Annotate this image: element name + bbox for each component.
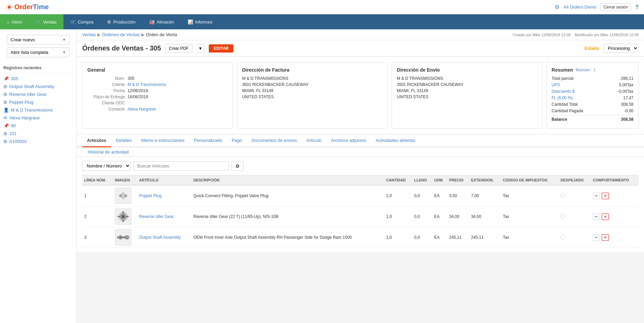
row2-delete-button[interactable]: ✕ (602, 214, 609, 220)
sidebar-item-reverse-idler[interactable]: ⊞ Reverse Idler Gear (0, 90, 76, 98)
tab-docs-envios[interactable]: Documentos de envíos (247, 134, 302, 147)
nav-compra[interactable]: 🛒 Compra (63, 14, 100, 29)
modified-meta: Modificado por Mike 12/06/2018 12:49 (575, 33, 639, 37)
cerrar-session-button[interactable]: Cerrar sesión (600, 3, 631, 11)
sum-value-5: -0,00 (624, 108, 633, 113)
content-area: Ventas ▶ Órdenes de Ventas ▶ Orden de Ve… (77, 29, 644, 323)
row1-edit-button[interactable]: ✏ (593, 193, 600, 199)
general-plazo-row: Plazo de Entrega 16/06/2018 (87, 94, 228, 99)
th-articulo: ARTÍCULO (137, 175, 191, 186)
shipping-line4: UNITED STATES (397, 94, 537, 99)
crear-pdf-split-button[interactable]: ▼ (196, 44, 205, 53)
billing-line2-val: 3501 RICKENBACKER CAUSEWAY (242, 82, 309, 87)
abrir-lista-button[interactable]: Abrir lista completa ▼ (7, 47, 70, 57)
sum-value-1: 5,00Tax (619, 83, 633, 87)
row3-edit-button[interactable]: ✏ (593, 234, 600, 241)
tab-personalizado[interactable]: Personalizado (189, 134, 227, 147)
estado-select[interactable]: Processing (603, 44, 639, 53)
row1-delete-button[interactable]: ✕ (602, 193, 609, 199)
row3-image (113, 227, 137, 248)
pin-icon-305: 📌 (3, 76, 9, 81)
general-fecha-value: 12/06/2018 (128, 88, 148, 93)
svg-rect-13 (125, 235, 129, 239)
th-codigo: CÓDIGO DE IMPUESTOS (501, 175, 558, 186)
help-icon[interactable]: ? (635, 4, 639, 10)
tab-articulo[interactable]: Artículo (302, 134, 326, 147)
activity-bar: Historial de actividad (77, 147, 644, 157)
tab-actividades[interactable]: Actividades abiertas (371, 134, 420, 147)
tab-memo[interactable]: Memo e instrucciones (136, 134, 189, 147)
row2-comportamiento: ✏ ✕ (591, 206, 639, 227)
nav-informes[interactable]: 📊 Informes (181, 14, 219, 29)
cliente-link[interactable]: M & D Transmissions (128, 82, 166, 87)
row3-radio[interactable] (560, 235, 565, 239)
sidebar-item-90[interactable]: 📌 90 (0, 122, 76, 130)
breadcrumb-ventas[interactable]: Ventas (82, 32, 96, 37)
sidebar-item-md[interactable]: 👤 M & D Transmissions (0, 106, 76, 114)
sum-label-5: Cantidad Pagada (552, 108, 583, 113)
sidebar-item-a100002[interactable]: ⊞ A100002 (0, 137, 76, 145)
tab-articulos[interactable]: Artículos (82, 134, 111, 147)
search-select[interactable]: Nombre / Número (82, 161, 131, 171)
sum-label-2[interactable]: Descuento $ (552, 89, 574, 94)
sum-value-3: 17,47 (623, 96, 633, 100)
contacto-link[interactable]: Alexa Hargrave (128, 107, 156, 112)
sidebar-item-101[interactable]: ⊞ 101 (0, 130, 76, 137)
nav-inicio[interactable]: ⌂ Inicio (0, 14, 29, 29)
row1-item[interactable]: Poppet Plug (137, 185, 191, 206)
sum-label-1[interactable]: UPS (552, 83, 560, 87)
output-shaft-link[interactable]: Output Shaft Assembly (139, 235, 181, 240)
shipping-line3: MIAMI, FL 33149 (397, 88, 537, 93)
shipping-title: Dirección de Envío (397, 67, 537, 73)
tab-detalles[interactable]: Detalles (111, 134, 136, 147)
row2-item[interactable]: Reverse Idler Gear (137, 206, 191, 227)
sidebar-item-alexa[interactable]: ✉ Alexa Hargrave (0, 114, 76, 122)
nav-almacen[interactable]: 🏭 Almacén (142, 14, 181, 29)
tab-archivos[interactable]: Archivos adjuntos (326, 134, 371, 147)
general-cliente-value[interactable]: M & D Transmissions (128, 82, 166, 87)
created-meta: Creado por Mike 12/06/2018 12:00 (513, 33, 571, 37)
tab-pago[interactable]: Pago (227, 134, 247, 147)
row1-codigo: Tax (501, 185, 558, 206)
row2-edit-button[interactable]: ✏ (593, 214, 600, 220)
sum-row-1: UPS 5,00Tax (552, 83, 633, 87)
nav-produccion[interactable]: ⚙ Producción (100, 14, 142, 29)
crear-nuevo-button[interactable]: Crear nuevo ▼ (7, 35, 70, 45)
editar-button[interactable]: EDITAR (209, 44, 233, 53)
reverse-idler-icon (116, 210, 130, 223)
crear-nuevo-label: Crear nuevo (11, 37, 35, 42)
row1-radio[interactable] (560, 193, 565, 198)
row2-radio[interactable] (560, 214, 565, 219)
row2-cantidad: 1,0 (384, 206, 412, 227)
general-card: General Núm. 305 Cliente M & D Transmiss… (82, 62, 233, 129)
shipping-line1-val: M & D TRANSMISSIONS (397, 76, 443, 81)
poppet-plug-link[interactable]: Poppet Plug (139, 193, 161, 198)
breadcrumb-ordenes[interactable]: Órdenes de Ventas (102, 32, 140, 37)
general-contacto-value[interactable]: Alexa Hargrave (128, 107, 156, 112)
row3-item[interactable]: Output Shaft Assembly (137, 227, 191, 248)
sidebar-item-305[interactable]: 📌 305 (0, 75, 76, 83)
th-descripcion: DESCRIPCIÓN (191, 175, 384, 186)
historial-link[interactable]: Historial de actividad (82, 147, 134, 157)
search-gear-button[interactable]: ⚙ (232, 161, 244, 171)
summary-title: Resumen Revisión : 1 (552, 67, 633, 73)
gear-icon[interactable]: ⚙ (555, 4, 559, 10)
svg-rect-8 (118, 216, 120, 217)
crear-nuevo-chevron: ▼ (62, 38, 66, 42)
row1-precio: 3,50 (447, 185, 469, 206)
th-lleno: LLENO (412, 175, 432, 186)
row3-delete-button[interactable]: ✕ (602, 234, 609, 241)
sidebar-item-output-shaft[interactable]: ⊞ Output Shaft Assembly (0, 83, 76, 90)
person-icon-md: 👤 (3, 107, 9, 113)
nav-ventas[interactable]: 🛒 Ventas (29, 14, 63, 29)
sidebar-item-101-label: 101 (9, 131, 17, 136)
row1-line: 1 (82, 185, 113, 206)
sidebar-item-poppet[interactable]: ⊞ Poppet Plug (0, 98, 76, 106)
breadcrumb-current: Orden de Venta (146, 32, 177, 37)
reverse-idler-link[interactable]: Reverse Idler Gear (139, 214, 174, 219)
crear-pdf-button[interactable]: Crear PDF (165, 44, 192, 53)
sum-label-3[interactable]: FL (6,00 %) (552, 96, 573, 100)
search-input[interactable] (133, 161, 229, 171)
recent-title: Registros recientes (0, 63, 76, 72)
sum-label-4: Cantidad Total (552, 102, 578, 107)
